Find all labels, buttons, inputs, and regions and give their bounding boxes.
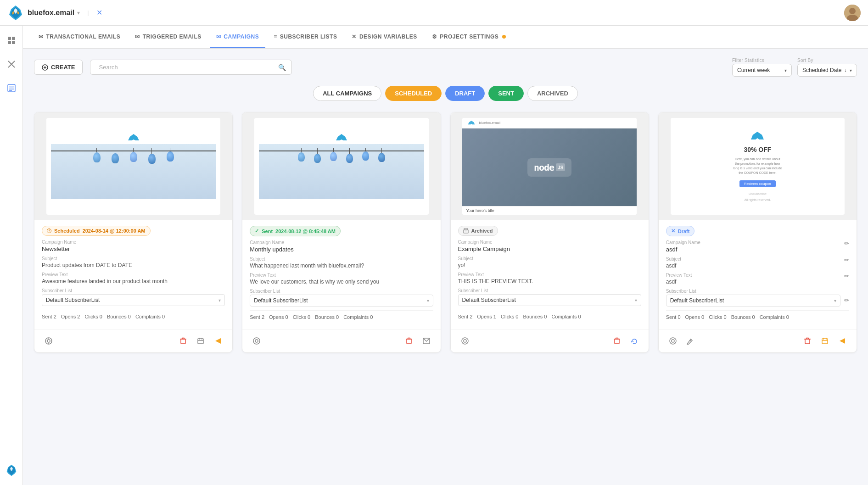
search-input[interactable] <box>96 60 278 74</box>
action-group-left-4 <box>666 334 697 348</box>
filter-tab-draft[interactable]: DRAFT <box>445 86 485 101</box>
subscriber-field-4: Subscriber List Default SubscriberList ▾… <box>666 289 849 307</box>
sort-by-group: Sort By Scheduled Date ↓ ▾ <box>797 58 857 77</box>
sort-by-select[interactable]: Scheduled Date ↓ ▾ <box>797 64 857 77</box>
campaign-name-inner-4: Campaign Name asdf <box>666 240 844 253</box>
edit-preview-text-4[interactable]: ✏ <box>844 273 849 279</box>
svg-point-47 <box>255 340 258 342</box>
tab-campaigns[interactable]: ✉ CAMPAIGNS <box>210 26 265 48</box>
fox-logo-icon <box>7 5 24 21</box>
subscriber-inner-4: Subscriber List Default SubscriberList ▾ <box>666 289 840 307</box>
edit-campaign-name-4[interactable]: ✏ <box>844 240 849 247</box>
preview-button-4[interactable] <box>666 334 680 348</box>
filter-tab-archived[interactable]: ARCHIVED <box>527 86 578 101</box>
project-chevron[interactable]: ▾ <box>77 10 80 16</box>
filter-archived-label: ARCHIVED <box>537 90 568 97</box>
edit-button-4[interactable] <box>683 334 697 348</box>
svg-point-6 <box>849 8 856 14</box>
avatar-image <box>844 5 861 21</box>
filter-statistics-select[interactable]: Current week ▾ <box>732 64 792 77</box>
stats-row-2: Sent 2 Opens 0 Clicks 0 Bounces 0 Compla… <box>250 310 433 323</box>
sidebar-item-templates[interactable] <box>4 81 19 95</box>
toolbar: CREATE 🔍 Filter Statistics Current week … <box>34 58 857 77</box>
card-preview-inner-4: 30% OFF Here, you can add details about … <box>671 118 845 215</box>
stat-complaints-4: Complaints 0 <box>760 314 789 320</box>
create-button[interactable]: CREATE <box>34 60 83 75</box>
filter-tab-scheduled[interactable]: SCHEDULED <box>385 86 442 101</box>
email-button-2[interactable] <box>420 334 433 348</box>
svg-point-29 <box>47 340 50 342</box>
edit-subject-4[interactable]: ✏ <box>844 256 849 263</box>
app-logo[interactable]: bluefox.email <box>7 5 74 21</box>
tab-transactional-emails[interactable]: ✉ TRANSACTIONAL EMAILS <box>32 26 127 48</box>
subscriber-select-1[interactable]: Default SubscriberList ▾ <box>42 294 225 306</box>
card-body-1: Scheduled 2024-08-14 @ 12:00:00 AM Campa… <box>34 220 232 329</box>
subscriber-field-3: Subscriber List Default SubscriberList ▾ <box>458 288 641 306</box>
avatar[interactable] <box>844 5 861 21</box>
sidebar-item-grid[interactable] <box>4 33 19 48</box>
preview-button-2[interactable] <box>250 334 263 348</box>
restore-button-3[interactable] <box>627 334 641 348</box>
subscriber-select-3[interactable]: Default SubscriberList ▾ <box>458 294 641 306</box>
coupon-rights: All rights reserved. <box>744 198 771 201</box>
sort-chevron: ▾ <box>850 68 852 73</box>
card-actions-4 <box>659 329 857 352</box>
tab-design-label: DESIGN VARIABLES <box>359 33 417 40</box>
edit-subscriber-4[interactable]: ✏ <box>844 297 849 304</box>
subscriber-select-4[interactable]: Default SubscriberList ▾ <box>666 295 840 307</box>
tools-icon[interactable]: ✕ <box>96 8 102 17</box>
preview-text-label-4: Preview Text <box>666 273 844 278</box>
preview-button-1[interactable] <box>42 334 56 348</box>
stat-clicks-4: Clicks 0 <box>709 314 727 320</box>
sidebar <box>0 26 23 485</box>
stat-complaints-2: Complaints 0 <box>343 314 373 320</box>
delete-button-1[interactable] <box>176 334 190 348</box>
transactional-icon: ✉ <box>39 33 44 40</box>
card-preview-inner-3: bluefox.email node JS <box>462 118 637 215</box>
stat-clicks-3: Clicks 0 <box>501 314 519 319</box>
tab-transactional-label: TRANSACTIONAL EMAILS <box>46 33 121 40</box>
nodejs-js-text: JS <box>558 165 563 170</box>
delete-button-4[interactable] <box>801 334 814 348</box>
subscriber-select-2[interactable]: Default SubscriberList ▾ <box>250 295 433 307</box>
send-button-1[interactable] <box>211 334 225 348</box>
subject-label-1: Subject <box>42 256 225 261</box>
filter-tab-all[interactable]: ALL CAMPAIGNS <box>313 86 381 101</box>
svg-rect-65 <box>805 339 810 344</box>
campaign-name-field-3: Campaign Name Example Campaign <box>458 240 641 252</box>
stat-bounces-4: Bounces 0 <box>731 314 755 320</box>
tab-design-variables[interactable]: ✕ DESIGN VARIABLES <box>345 26 423 48</box>
schedule-button-1[interactable] <box>194 334 207 348</box>
stat-bounces-2: Bounces 0 <box>315 314 339 320</box>
status-date-1: 2024-08-14 @ 12:00:00 AM <box>83 228 146 234</box>
svg-rect-68 <box>822 339 828 344</box>
lights-image-2 <box>259 144 424 199</box>
coupon-redeem-btn[interactable]: Redeem coupon <box>739 180 776 187</box>
svg-rect-67 <box>806 338 809 339</box>
subscriber-value-2: Default SubscriberList <box>254 297 308 304</box>
tab-triggered-emails[interactable]: ✉ TRIGGERED EMAILS <box>129 26 208 48</box>
svg-rect-40 <box>198 339 203 344</box>
svg-rect-54 <box>464 229 468 230</box>
sidebar-item-profile[interactable] <box>4 463 19 478</box>
send-button-4[interactable] <box>835 334 849 348</box>
filter-tab-sent[interactable]: SENT <box>488 86 524 101</box>
sidebar-item-close[interactable] <box>4 57 19 72</box>
stat-sent-3: Sent 2 <box>458 314 473 319</box>
divider: | <box>87 9 89 16</box>
nodejs-js-badge: JS <box>556 163 565 171</box>
stat-opens-1: Opens 2 <box>61 314 80 319</box>
preview-button-3[interactable] <box>458 334 472 348</box>
filter-statistics-value: Current week <box>737 67 770 73</box>
tab-subscriber-lists[interactable]: ≡ SUBSCRIBER LISTS <box>267 26 343 48</box>
schedule-button-4[interactable] <box>818 334 832 348</box>
design-icon: ✕ <box>352 33 357 40</box>
stats-row-3: Sent 2 Opens 1 Clicks 0 Bounces 0 Compla… <box>458 310 641 323</box>
tab-project-settings[interactable]: ⚙ PROJECT SETTINGS <box>426 26 513 48</box>
preview-text-inner-4: Preview Text asdf <box>666 273 844 285</box>
delete-button-2[interactable] <box>402 334 416 348</box>
subscriber-chevron-4: ▾ <box>834 298 836 303</box>
delete-button-3[interactable] <box>610 334 624 348</box>
campaigns-grid: Scheduled 2024-08-14 @ 12:00:00 AM Campa… <box>34 112 857 353</box>
card-preview-1 <box>34 112 232 220</box>
